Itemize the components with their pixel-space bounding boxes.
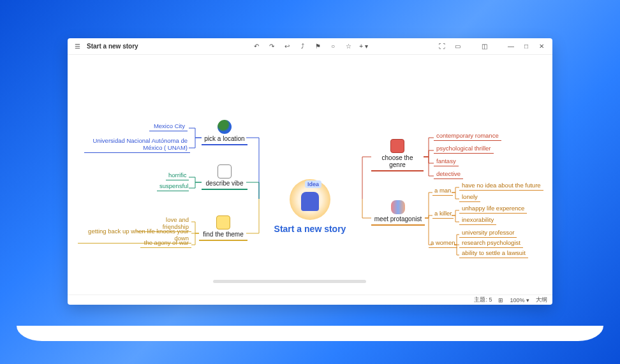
leaf-man-1[interactable]: lonely: [459, 193, 480, 202]
people-icon: [391, 200, 405, 214]
flag-button[interactable]: ⚑: [313, 42, 322, 51]
group-women[interactable]: a women: [429, 238, 457, 248]
idea-icon: [290, 179, 330, 220]
topic-theme[interactable]: find the theme: [199, 214, 247, 241]
notebook-icon: [390, 139, 404, 153]
toolbar-right: ⛶ ▭ ◫ — □ ✕: [438, 42, 546, 51]
titlebar: ☰ Start a new story ↶ ↷ ↩ ⤴ ⚑ ○ ☆ + ▾ ⛶ …: [68, 38, 552, 55]
circle-button[interactable]: ○: [328, 42, 337, 51]
topic-label: describe vibe: [206, 180, 244, 187]
globe-icon: [218, 120, 232, 134]
book-icon: [218, 164, 232, 178]
zoom-level[interactable]: 100% ▾: [510, 297, 529, 303]
leaf-man-0[interactable]: have no idea about the future: [459, 181, 543, 191]
topic-location[interactable]: pick a location: [202, 119, 247, 145]
leaf-location-1[interactable]: Universidad Nacional Autónoma de México …: [84, 136, 190, 153]
topic-protagonist[interactable]: meet protagonist: [371, 199, 425, 226]
maximize-button[interactable]: □: [522, 42, 531, 51]
leaf-women-1[interactable]: research psychologist: [459, 238, 523, 248]
document-title: Start a new story: [87, 43, 138, 50]
close-button[interactable]: ✕: [537, 42, 546, 51]
leaf-genre-1[interactable]: psychological thriller: [434, 144, 494, 154]
topic-label: choose the genre: [382, 154, 413, 168]
redo-button[interactable]: ⤴: [298, 42, 307, 51]
leaf-vibe-1[interactable]: suspensful: [157, 182, 189, 191]
minimize-button[interactable]: —: [506, 42, 515, 51]
leaf-theme-2[interactable]: the agony of war: [140, 238, 191, 248]
present-icon[interactable]: ▭: [453, 42, 462, 51]
outline-button[interactable]: 大纲: [536, 296, 547, 304]
topic-genre[interactable]: choose the genre: [371, 138, 424, 171]
horizontal-scrollbar[interactable]: [213, 280, 366, 283]
map-view-icon[interactable]: ⊞: [498, 297, 503, 303]
panel-icon[interactable]: ◫: [480, 42, 489, 51]
star-button[interactable]: ☆: [344, 42, 353, 51]
topic-label: find the theme: [203, 231, 243, 238]
topic-count: 主题: 5: [474, 296, 492, 304]
toolbar-center: ↶ ↷ ↩ ⤴ ⚑ ○ ☆ + ▾: [252, 42, 368, 51]
topic-label: meet protagonist: [374, 215, 422, 222]
group-man[interactable]: a man: [432, 186, 453, 196]
topic-label: pick a location: [204, 135, 244, 142]
connector-lines: [68, 55, 552, 295]
leaf-genre-0[interactable]: contemporary romance: [434, 131, 501, 141]
leaf-location-0[interactable]: Mexico City: [149, 122, 188, 131]
app-window: ☰ Start a new story ↶ ↷ ↩ ⤴ ⚑ ○ ☆ + ▾ ⛶ …: [68, 38, 552, 305]
leaf-genre-2[interactable]: fantasy: [434, 157, 459, 166]
leaf-killer-0[interactable]: unhappy life experence: [459, 204, 527, 214]
forward-button[interactable]: ↷: [267, 42, 276, 51]
leaf-genre-3[interactable]: detective: [434, 170, 463, 179]
undo-button[interactable]: ↩: [283, 42, 292, 51]
laptop-base: [17, 326, 603, 341]
menu-icon[interactable]: ☰: [73, 42, 82, 51]
leaf-killer-1[interactable]: inexorability: [459, 215, 496, 225]
leaf-women-2[interactable]: ability to settle a lawsuit: [459, 249, 528, 258]
focus-icon[interactable]: ⛶: [438, 42, 447, 51]
central-title: Start a new story: [256, 224, 364, 234]
leaf-women-0[interactable]: university professor: [459, 228, 517, 238]
add-button[interactable]: + ▾: [359, 42, 368, 51]
note-icon: [216, 215, 230, 229]
statusbar: 主题: 5 ⊞ 100% ▾ 大纲: [68, 295, 552, 305]
topic-vibe[interactable]: describe vibe: [202, 163, 247, 190]
central-topic[interactable]: Start a new story: [256, 179, 364, 234]
back-button[interactable]: ↶: [252, 42, 261, 51]
leaf-vibe-0[interactable]: horrific: [166, 171, 189, 180]
mindmap-canvas[interactable]: Start a new story pick a location Mexico…: [68, 55, 552, 295]
group-killer[interactable]: a killer: [432, 209, 454, 219]
